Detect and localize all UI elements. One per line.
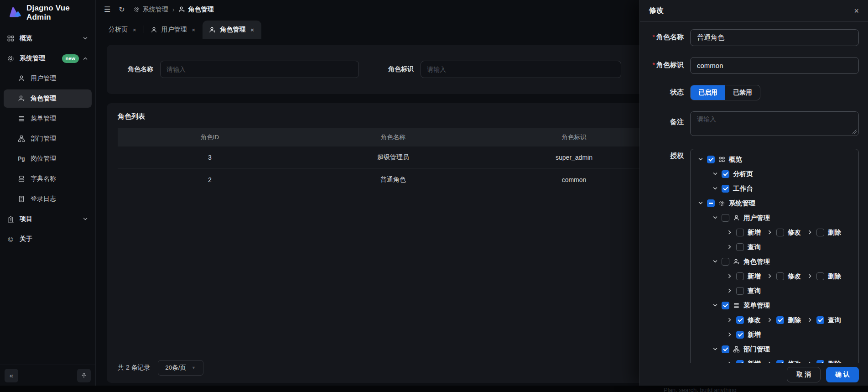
tree-node-label[interactable]: 分析页 [733, 170, 753, 178]
tree-checkbox[interactable] [736, 287, 744, 295]
tree-node-label[interactable]: 修改 [748, 316, 761, 324]
sidebar-item-project[interactable]: 项目 [4, 210, 92, 228]
tab-analysis[interactable]: 分析页 × [102, 21, 144, 39]
chevron-icon[interactable] [712, 303, 718, 308]
tab-users[interactable]: 用户管理 × [144, 21, 203, 39]
chevron-icon[interactable] [727, 244, 733, 250]
tree-checkbox[interactable] [722, 170, 729, 178]
tree-node-label[interactable]: 部门管理 [743, 345, 770, 354]
tree-checkbox[interactable] [722, 302, 729, 309]
chevron-icon[interactable] [712, 186, 718, 191]
chevron-icon[interactable] [807, 317, 813, 323]
tree-node-label[interactable]: 系统管理 [729, 199, 755, 208]
tree-checkbox[interactable] [722, 345, 729, 353]
tree-checkbox[interactable] [736, 360, 744, 363]
tree-node-label[interactable]: 修改 [788, 272, 801, 281]
remark-textarea[interactable] [690, 111, 859, 136]
segment-disabled[interactable]: 已禁用 [725, 85, 760, 100]
close-icon[interactable]: × [854, 7, 859, 15]
chevron-icon[interactable] [767, 273, 773, 279]
chevron-icon[interactable] [727, 273, 733, 279]
tree-node-label[interactable]: 菜单管理 [743, 301, 770, 310]
role-key-search-input[interactable] [421, 61, 621, 78]
tree-node-label[interactable]: 修改 [788, 228, 801, 237]
sidebar-item-users[interactable]: 用户管理 [4, 69, 92, 88]
segment-enabled[interactable]: 已启用 [691, 85, 725, 100]
breadcrumb-roles[interactable]: 角色管理 [178, 5, 213, 14]
tree-checkbox[interactable] [736, 316, 744, 324]
tree-checkbox[interactable] [816, 272, 824, 280]
tree-checkbox[interactable] [776, 272, 784, 280]
chevron-icon[interactable] [712, 215, 718, 220]
close-icon[interactable]: × [249, 26, 255, 34]
hamburger-icon[interactable]: ☰ [104, 6, 110, 13]
tree-checkbox[interactable] [776, 360, 784, 363]
tab-roles[interactable]: 角色管理 × [203, 21, 261, 39]
sidebar-item-overview[interactable]: 概览 [4, 29, 92, 47]
refresh-icon[interactable]: ↻ [119, 6, 125, 13]
sidebar-item-departments[interactable]: 部门管理 [4, 130, 92, 148]
tree-node-label[interactable]: 新增 [748, 272, 761, 281]
chevron-icon[interactable] [727, 230, 733, 235]
tree-node-label[interactable]: 角色管理 [743, 257, 770, 266]
chevron-icon[interactable] [767, 230, 773, 235]
chevron-icon[interactable] [698, 200, 703, 206]
tree-checkbox[interactable] [816, 360, 824, 363]
chevron-icon[interactable] [727, 317, 733, 323]
role-key-field[interactable] [690, 57, 859, 74]
tree-node-label[interactable]: 查询 [748, 243, 761, 251]
chevron-icon[interactable] [727, 332, 733, 337]
tree-node-label[interactable]: 删除 [788, 316, 801, 324]
tree-node-label[interactable]: 删除 [828, 272, 841, 281]
close-icon[interactable]: × [132, 26, 137, 34]
chevron-icon[interactable] [767, 317, 773, 323]
tree-node-label[interactable]: 查询 [748, 287, 761, 295]
tree-checkbox[interactable] [722, 214, 729, 222]
tree-checkbox[interactable] [816, 229, 824, 236]
sidebar-item-system[interactable]: 系统管理 new [4, 49, 92, 68]
tree-checkbox[interactable] [816, 316, 824, 324]
tree-checkbox[interactable] [722, 258, 729, 266]
tree-node-label[interactable]: 概览 [729, 155, 742, 164]
tree-node-label[interactable]: 新增 [748, 360, 761, 363]
chevron-icon[interactable] [767, 361, 773, 363]
chevron-icon[interactable] [712, 346, 718, 352]
chevron-icon[interactable] [712, 171, 718, 177]
cancel-button[interactable]: 取 消 [787, 367, 821, 382]
tree-checkbox[interactable] [736, 229, 744, 236]
tree-checkbox[interactable] [736, 331, 744, 339]
breadcrumb-system[interactable]: 系统管理 [133, 5, 168, 14]
tree-node-label[interactable]: 新增 [748, 330, 761, 339]
sidebar-item-dictionary[interactable]: 字典名称 [4, 170, 92, 188]
tree-checkbox[interactable] [776, 316, 784, 324]
collapse-sidebar-button[interactable]: « [5, 369, 18, 382]
close-icon[interactable]: × [191, 26, 197, 34]
sidebar-item-menus[interactable]: 菜单管理 [4, 110, 92, 128]
role-name-search-input[interactable] [160, 61, 359, 78]
tree-node-label[interactable]: 修改 [788, 360, 801, 363]
sidebar-item-roles[interactable]: 角色管理 [4, 89, 92, 108]
chevron-icon[interactable] [712, 259, 718, 264]
tree-node-label[interactable]: 工作台 [733, 184, 753, 193]
sidebar-item-posts[interactable]: Pg 岗位管理 [4, 150, 92, 168]
page-size-select[interactable]: 20条/页 ▼ [158, 360, 203, 376]
tree-node-label[interactable]: 新增 [748, 228, 761, 237]
chevron-icon[interactable] [807, 230, 813, 235]
tree-checkbox[interactable] [722, 185, 729, 193]
pin-sidebar-button[interactable] [77, 369, 91, 382]
tree-node-label[interactable]: 删除 [828, 228, 841, 237]
chevron-icon[interactable] [727, 288, 733, 293]
tree-checkbox[interactable] [776, 229, 784, 236]
tree-node-label[interactable]: 用户管理 [743, 214, 770, 222]
sidebar-item-about[interactable]: © 关于 [4, 230, 92, 248]
confirm-button[interactable]: 确 认 [826, 367, 859, 382]
tree-node-label[interactable]: 查询 [828, 316, 841, 324]
chevron-icon[interactable] [698, 157, 703, 162]
chevron-icon[interactable] [807, 361, 813, 363]
tree-node-label[interactable]: 删除 [828, 360, 841, 363]
tree-checkbox[interactable] [736, 243, 744, 251]
tree-checkbox[interactable] [707, 199, 715, 207]
chevron-icon[interactable] [727, 361, 733, 363]
tree-checkbox[interactable] [707, 156, 715, 163]
role-name-field[interactable] [690, 29, 859, 46]
